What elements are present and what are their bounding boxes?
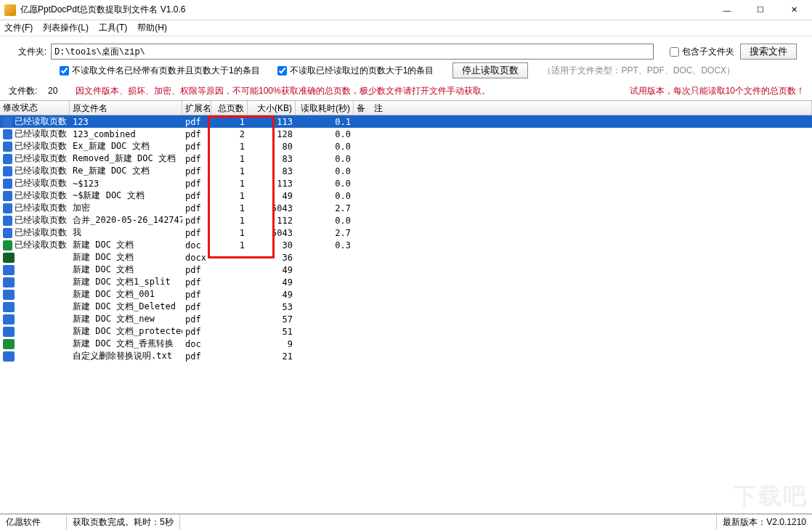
cell-time: 2.7 [296, 203, 354, 213]
table-body[interactable]: 已经读取页数123pdf11130.1已经读取页数123_combinedpdf… [0, 115, 812, 513]
cell-size: 49 [248, 191, 296, 201]
th-pages[interactable]: 总页数 [211, 101, 248, 115]
file-types-hint: （适用于文件类型：PPT、PDF、DOC、DOCX） [543, 65, 735, 77]
table-row[interactable]: 已经读取页数合并_2020-05-26_142747pdf11120.0 [0, 214, 812, 227]
stop-button[interactable]: 停止读取页数 [452, 62, 528, 78]
th-time[interactable]: 读取耗时(秒) [296, 101, 354, 115]
file-icon [3, 216, 12, 226]
cell-pages: 1 [211, 240, 248, 250]
folder-path-input[interactable] [51, 44, 654, 60]
cell-ext: pdf [182, 166, 211, 176]
cell-time: 0.3 [296, 240, 354, 250]
cell-size: 30 [248, 240, 296, 250]
menu-tool[interactable]: 工具(T) [99, 22, 127, 34]
table-row[interactable]: 新建 DOC 文档_Deletedpdf53 [0, 301, 812, 313]
cell-filename: 合并_2020-05-26_142747 [70, 214, 182, 227]
cell-status: 已经读取页数 [15, 202, 67, 214]
cell-filename: Re_新建 DOC 文档 [70, 165, 182, 177]
include-subfolders-checkbox[interactable]: 包含子文件夹 [670, 46, 734, 58]
cell-size: 112 [248, 216, 296, 226]
table-row[interactable]: 新建 DOC 文档1_splitpdf49 [0, 276, 812, 288]
window-title: 亿愿PptDocPdf总页数提取到文件名 V1.0.6 [20, 4, 710, 16]
include-subfolders-label: 包含子文件夹 [682, 46, 734, 58]
cell-status: 已经读取页数 [15, 189, 67, 202]
table-row[interactable]: 自定义删除替换说明.txtpdf21 [0, 350, 812, 362]
table-row[interactable]: 已经读取页数Re_新建 DOC 文档pdf1830.0 [0, 165, 812, 177]
file-icon [3, 154, 12, 164]
titlebar: 亿愿PptDocPdf总页数提取到文件名 V1.0.6 — ☐ ✕ [0, 0, 812, 20]
file-icon [3, 253, 15, 263]
cell-filename: 新建 DOC 文档 [70, 239, 182, 251]
cell-time: 0.0 [296, 142, 354, 152]
cell-filename: 新建 DOC 文档_香蕉转换 [70, 338, 182, 350]
file-icon [3, 240, 12, 250]
cell-status: 已经读取页数 [15, 239, 67, 251]
table-row[interactable]: 已经读取页数我pdf150432.7 [0, 227, 812, 239]
file-icon [3, 142, 12, 152]
maximize-button[interactable]: ☐ [744, 0, 777, 20]
table-row[interactable]: 已经读取页数~$123pdf11130.0 [0, 177, 812, 189]
table-row[interactable]: 新建 DOC 文档docx36 [0, 251, 812, 264]
file-icon [3, 290, 15, 300]
table-row[interactable]: 已经读取页数新建 DOC 文档doc1300.3 [0, 239, 812, 251]
th-status[interactable]: 修改状态 [0, 101, 70, 115]
th-filename[interactable]: 原文件名 [70, 101, 182, 115]
cell-filename: 新建 DOC 文档1_split [70, 276, 182, 288]
cell-time: 0.0 [296, 191, 354, 201]
cell-pages: 1 [211, 142, 248, 152]
skip-read-box[interactable] [277, 66, 287, 76]
th-ext[interactable]: 扩展名 [182, 101, 211, 115]
skip-has-pages-checkbox[interactable]: 不读取文件名已经带有页数并且页数大于1的条目 [60, 65, 260, 77]
cell-status: 已经读取页数 [15, 140, 67, 152]
status-vendor: 亿愿软件 [0, 515, 67, 530]
cell-ext: pdf [182, 351, 211, 362]
table-row[interactable]: 已经读取页数Removed_新建 DOC 文档pdf1830.0 [0, 152, 812, 165]
app-icon [4, 4, 16, 16]
cell-time: 0.0 [296, 166, 354, 176]
table-row[interactable]: 已经读取页数123pdf11130.1 [0, 115, 812, 128]
file-icon [3, 166, 12, 176]
cell-ext: pdf [182, 154, 211, 164]
skip-has-pages-box[interactable] [60, 66, 69, 76]
cell-filename: 新建 DOC 文档_new [70, 313, 182, 325]
status-message: 获取页数完成。耗时：5秒 [67, 515, 180, 530]
minimize-button[interactable]: — [710, 0, 744, 20]
cell-size: 53 [248, 302, 296, 312]
warn-trial: 试用版本，每次只能读取10个文件的总页数！ [630, 85, 805, 97]
cell-size: 49 [248, 265, 296, 275]
menu-list[interactable]: 列表操作(L) [43, 22, 89, 34]
include-subfolders-box[interactable] [670, 47, 679, 57]
cell-ext: pdf [182, 302, 211, 312]
skip-read-checkbox[interactable]: 不读取已经读取过的页数大于1的条目 [277, 65, 434, 77]
cell-ext: pdf [182, 129, 211, 139]
cell-time: 0.1 [296, 117, 354, 127]
file-icon [3, 203, 12, 213]
cell-status: 已经读取页数 [15, 128, 67, 140]
table-row[interactable]: 已经读取页数123_combinedpdf21280.0 [0, 128, 812, 140]
cell-ext: doc [182, 240, 211, 250]
cell-size: 49 [248, 290, 296, 300]
table-row[interactable]: 新建 DOC 文档_001pdf49 [0, 288, 812, 301]
table-row[interactable]: 新建 DOC 文档_newpdf57 [0, 313, 812, 325]
cell-pages: 1 [211, 191, 248, 201]
cell-ext: pdf [182, 327, 211, 337]
table-row[interactable]: 已经读取页数~$新建 DOC 文档pdf1490.0 [0, 189, 812, 202]
file-icon [3, 302, 15, 312]
file-icon [3, 314, 15, 325]
table-row[interactable]: 已经读取页数Ex_新建 DOC 文档pdf1800.0 [0, 140, 812, 152]
th-note[interactable]: 备 注 [354, 101, 812, 115]
cell-status: 已经读取页数 [15, 165, 67, 177]
menu-file[interactable]: 文件(F) [4, 22, 33, 34]
table-row[interactable]: 已经读取页数加密pdf150432.7 [0, 202, 812, 214]
search-button[interactable]: 搜索文件 [740, 44, 797, 60]
th-size[interactable]: 大小(KB) [248, 101, 296, 115]
cell-filename: ~$123 [70, 179, 182, 189]
cell-time: 0.0 [296, 129, 354, 139]
table-row[interactable]: 新建 DOC 文档pdf49 [0, 264, 812, 276]
table-row[interactable]: 新建 DOC 文档_protectedpdf51 [0, 325, 812, 338]
cell-size: 5043 [248, 203, 296, 213]
close-button[interactable]: ✕ [777, 0, 811, 20]
menu-help[interactable]: 帮助(H) [137, 22, 167, 34]
cell-size: 21 [248, 351, 296, 362]
table-row[interactable]: 新建 DOC 文档_香蕉转换doc9 [0, 338, 812, 350]
